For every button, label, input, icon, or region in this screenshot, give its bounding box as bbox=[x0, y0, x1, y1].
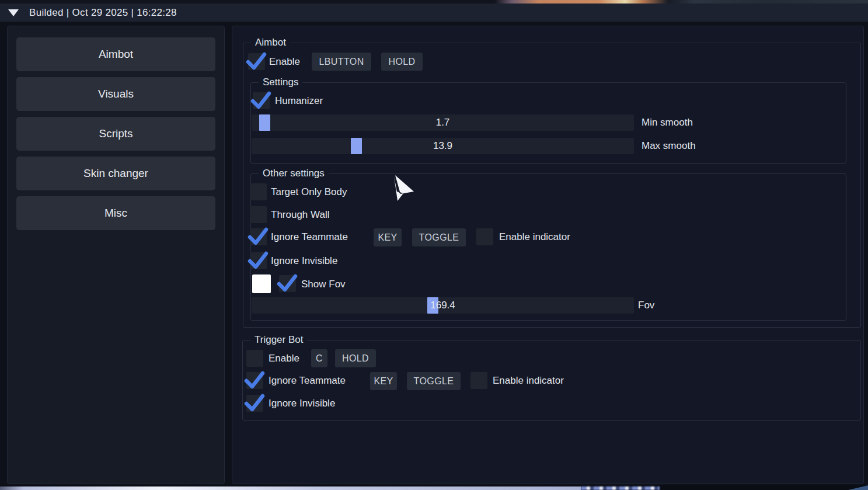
humanizer-checkbox[interactable] bbox=[253, 92, 270, 109]
checkmark-icon bbox=[244, 393, 265, 412]
trigger-enable-label: Enable bbox=[269, 350, 299, 367]
max-smooth-value: 13.9 bbox=[252, 138, 634, 154]
sidebar-item-visuals[interactable]: Visuals bbox=[16, 77, 215, 111]
min-smooth-label: Min smooth bbox=[642, 114, 693, 131]
target-only-body-label: Target Only Body bbox=[271, 183, 347, 200]
game-bottom-hud-blur bbox=[581, 486, 660, 490]
target-only-body-checkbox[interactable] bbox=[250, 183, 267, 200]
aimbot-teammate-keybind-button[interactable]: KEY bbox=[374, 228, 402, 246]
trigger-bot-group-legend: Trigger Bot bbox=[250, 333, 307, 346]
fov-value: 169.4 bbox=[252, 297, 634, 314]
collapse-triangle-icon[interactable] bbox=[8, 9, 19, 16]
trigger-enable-checkbox[interactable] bbox=[246, 350, 263, 367]
show-fov-checkbox[interactable] bbox=[279, 275, 296, 292]
main-panel: Aimbot Enable LBUTTON HOLD Settings Huma… bbox=[232, 26, 864, 484]
fov-color-swatch[interactable] bbox=[252, 274, 271, 293]
aimbot-ignore-teammate-label: Ignore Teammate bbox=[271, 228, 348, 245]
game-background-bottom-strip bbox=[0, 485, 868, 490]
aimbot-teammate-indicator-checkbox[interactable] bbox=[476, 228, 493, 245]
checkmark-icon bbox=[244, 370, 265, 390]
aimbot-ignore-invisible-checkbox[interactable] bbox=[250, 252, 267, 269]
trigger-mode-button[interactable]: HOLD bbox=[335, 349, 376, 367]
trigger-ignore-teammate-label: Ignore Teammate bbox=[269, 372, 346, 389]
through-wall-label: Through Wall bbox=[271, 206, 329, 223]
aimbot-enable-checkbox[interactable] bbox=[248, 53, 265, 70]
trigger-ignore-invisible-checkbox[interactable] bbox=[246, 395, 263, 412]
min-smooth-slider[interactable]: 1.7 bbox=[252, 114, 634, 131]
max-smooth-slider[interactable]: 13.9 bbox=[252, 138, 634, 154]
trigger-teammate-mode-button[interactable]: TOGGLE bbox=[407, 372, 461, 390]
checkmark-icon bbox=[246, 51, 267, 71]
settings-group-legend: Settings bbox=[259, 76, 302, 89]
game-bottom-corner-shape bbox=[846, 485, 868, 490]
checkmark-icon bbox=[247, 227, 269, 246]
aimbot-enable-label: Enable bbox=[269, 53, 300, 70]
titlebar-title: Builded | Oct 29 2025 | 16:22:28 bbox=[29, 7, 177, 19]
game-bottom-light-band bbox=[0, 486, 581, 490]
sidebar: Aimbot Visuals Scripts Skin changer Misc bbox=[7, 26, 225, 484]
trigger-teammate-keybind-button[interactable]: KEY bbox=[370, 372, 397, 390]
aimbot-keybind-button[interactable]: LBUTTON bbox=[312, 53, 371, 71]
trigger-keybind-button[interactable]: C bbox=[311, 349, 327, 367]
fov-slider[interactable]: 169.4 bbox=[252, 297, 634, 314]
max-smooth-label: Max smooth bbox=[642, 138, 696, 154]
checkmark-icon bbox=[250, 91, 271, 110]
trigger-indicator-checkbox[interactable] bbox=[470, 372, 487, 389]
min-smooth-value: 1.7 bbox=[252, 114, 634, 131]
aimbot-ignore-teammate-checkbox[interactable] bbox=[250, 228, 267, 245]
other-settings-group-legend: Other settings bbox=[259, 167, 329, 180]
trigger-indicator-label: Enable indicator bbox=[493, 372, 564, 389]
aimbot-group-legend: Aimbot bbox=[251, 36, 290, 49]
show-fov-label: Show Fov bbox=[301, 276, 346, 293]
aimbot-teammate-mode-button[interactable]: TOGGLE bbox=[412, 228, 466, 246]
humanizer-label: Humanizer bbox=[275, 92, 323, 109]
sidebar-item-scripts[interactable]: Scripts bbox=[16, 117, 215, 151]
aimbot-mode-button[interactable]: HOLD bbox=[381, 53, 423, 71]
checkmark-icon bbox=[277, 273, 298, 293]
sidebar-item-skin-changer[interactable]: Skin changer bbox=[16, 157, 215, 190]
sidebar-item-aimbot[interactable]: Aimbot bbox=[16, 37, 215, 71]
fov-label: Fov bbox=[638, 297, 654, 314]
trigger-ignore-teammate-checkbox[interactable] bbox=[246, 372, 263, 389]
mouse-cursor-icon bbox=[386, 175, 417, 205]
sidebar-item-misc[interactable]: Misc bbox=[16, 196, 215, 230]
through-wall-checkbox[interactable] bbox=[250, 206, 267, 223]
aimbot-ignore-invisible-label: Ignore Invisible bbox=[271, 252, 337, 269]
cheat-menu-window: Builded | Oct 29 2025 | 16:22:28 Aimbot … bbox=[0, 0, 868, 490]
trigger-ignore-invisible-label: Ignore Invisible bbox=[269, 395, 335, 412]
menu-body: Aimbot Visuals Scripts Skin changer Misc… bbox=[0, 22, 868, 485]
checkmark-icon bbox=[247, 251, 269, 270]
aimbot-teammate-indicator-label: Enable indicator bbox=[499, 228, 570, 245]
titlebar[interactable]: Builded | Oct 29 2025 | 16:22:28 bbox=[0, 4, 868, 22]
